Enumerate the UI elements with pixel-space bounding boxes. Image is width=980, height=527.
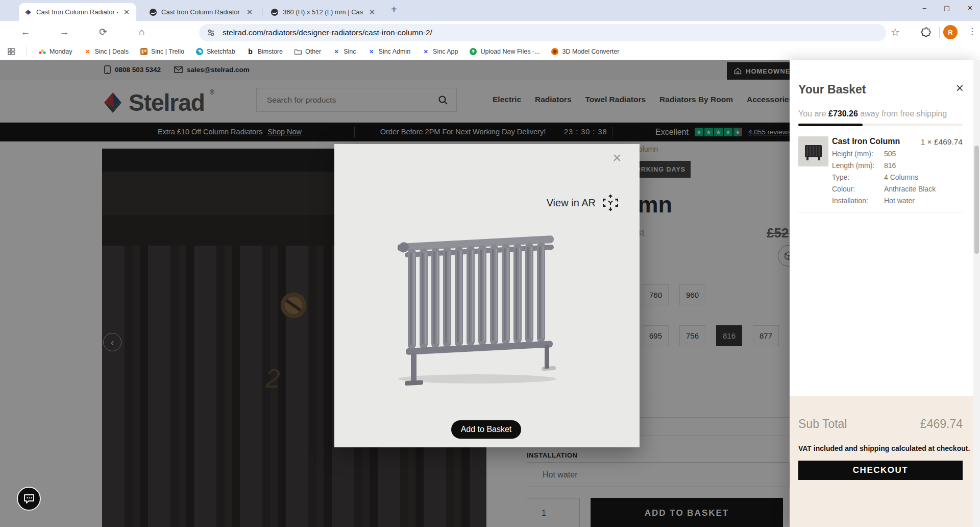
- basket-title: Your Basket: [798, 83, 866, 97]
- subtotal-value: £469.74: [920, 417, 963, 431]
- bookmarks-bar: Monday ✕ Sinc | Deals Sinc | Trello Sket…: [0, 43, 980, 60]
- globe-favicon: [149, 8, 157, 16]
- bookmark-sketchfab[interactable]: Sketchfab: [195, 47, 235, 56]
- upload-icon: [469, 47, 477, 56]
- spec-value: Hot water: [884, 197, 915, 205]
- sinc-admin-icon: ✕: [368, 47, 376, 56]
- tab-2[interactable]: Cast Iron Column Radiator (4 & ✕: [144, 3, 259, 21]
- spec-label: Type:: [832, 173, 849, 181]
- bookmark-label: Bimstore: [258, 48, 283, 55]
- sinc-icon: ✕: [332, 47, 340, 56]
- basket-scrollbar-track[interactable]: [973, 60, 980, 527]
- trello-icon: [140, 47, 148, 56]
- new-tab-button[interactable]: +: [391, 4, 397, 15]
- tab-title: Cast Iron Column Radiator - Ste: [36, 8, 118, 16]
- modal-close-icon[interactable]: ×: [612, 149, 622, 166]
- bookmark-sinc-deals[interactable]: ✕ Sinc | Deals: [83, 47, 128, 56]
- bookmark-sinc[interactable]: ✕ Sinc: [332, 47, 356, 56]
- tab-close-icon[interactable]: ✕: [122, 8, 131, 17]
- view-in-ar-control[interactable]: View in AR: [547, 194, 619, 211]
- spec-value: 505: [884, 150, 896, 158]
- bookmark-sinc-admin[interactable]: ✕ Sinc Admin: [368, 47, 411, 56]
- extensions-icon[interactable]: [921, 27, 932, 38]
- basket-item-name: Cast Iron Column: [832, 137, 900, 146]
- tab-close-icon[interactable]: ✕: [245, 8, 254, 17]
- address-bar[interactable]: [199, 24, 886, 41]
- converter-icon: [551, 47, 559, 56]
- tab-1[interactable]: Cast Iron Column Radiator - Ste ✕: [19, 3, 136, 21]
- bookmark-sinc-trello[interactable]: Sinc | Trello: [140, 47, 184, 56]
- vat-note: VAT included and shipping calculated at …: [798, 444, 970, 452]
- shipping-progress-fill: [798, 124, 863, 126]
- home-icon[interactable]: ⌂: [134, 24, 150, 40]
- bookmarks-separator: [27, 46, 27, 57]
- bookmark-3d-model-converter[interactable]: 3D Model Converter: [551, 47, 619, 56]
- shipping-progress-track: [798, 124, 963, 126]
- bookmark-upload-new-files[interactable]: Upload New Files -...: [469, 47, 540, 56]
- maximize-button[interactable]: ▢: [944, 4, 950, 12]
- spec-value: Anthracite Black: [884, 185, 936, 193]
- spec-label: Height (mm):: [832, 150, 873, 158]
- spec-value: 4 Columns: [884, 173, 918, 181]
- thumbnail-radiator-image: [798, 136, 828, 166]
- minimize-button[interactable]: –: [923, 4, 926, 12]
- browser-tabstrip: ⌄ Cast Iron Column Radiator - Ste ✕ Cast…: [0, 0, 980, 21]
- bookmark-label: Sinc App: [433, 48, 458, 55]
- ar-viewer-modal: × View in AR: [334, 144, 640, 447]
- globe-favicon: [271, 8, 279, 16]
- basket-item-thumbnail[interactable]: [798, 136, 828, 166]
- tab-title: 360 (H) x 512 (L) mm | Cast Iro: [283, 8, 363, 16]
- window-controls: – ▢ ✕: [923, 4, 973, 12]
- bookmark-label: Monday: [50, 48, 72, 55]
- sketchfab-icon: [195, 47, 204, 56]
- modal-add-to-basket-label: Add to Basket: [461, 425, 512, 434]
- shipping-amount: £730.26: [828, 109, 858, 118]
- bookmark-bimstore[interactable]: b Bimstore: [247, 47, 283, 56]
- bookmark-label: Sketchfab: [207, 48, 235, 55]
- bookmark-other-folder[interactable]: Other: [294, 47, 321, 56]
- bookmark-label: Sinc | Trello: [151, 48, 184, 55]
- basket-close-icon[interactable]: ×: [956, 80, 964, 96]
- ar-move-icon: [602, 194, 619, 211]
- modal-add-to-basket-button[interactable]: Add to Basket: [451, 420, 521, 439]
- sinc-deals-icon: ✕: [83, 47, 91, 56]
- radiator-3d-render[interactable]: [390, 223, 569, 392]
- avatar-initial: R: [948, 29, 952, 36]
- site-settings-icon[interactable]: [206, 28, 215, 37]
- forward-icon[interactable]: →: [56, 24, 72, 40]
- back-icon[interactable]: ←: [17, 24, 34, 40]
- toolbar-separator: [939, 27, 940, 38]
- profile-avatar[interactable]: R: [943, 25, 958, 39]
- shipping-suffix: away from free shipping: [858, 109, 947, 118]
- stelrad-favicon: [24, 8, 32, 16]
- browser-menu-icon[interactable]: ⋮: [968, 26, 976, 37]
- spec-label: Length (mm):: [832, 161, 874, 170]
- bookmark-label: Sinc | Deals: [94, 48, 128, 55]
- tab-3[interactable]: 360 (H) x 512 (L) mm | Cast Iro ✕: [265, 3, 382, 21]
- bimstore-icon: b: [247, 47, 255, 56]
- basket-divider: [798, 212, 963, 212]
- apps-grid-icon[interactable]: [7, 47, 15, 56]
- checkout-button[interactable]: CHECKOUT: [798, 461, 963, 480]
- bookmark-star-icon[interactable]: ☆: [891, 26, 900, 38]
- basket-drawer: Your Basket × You are £730.26 away from …: [790, 60, 980, 527]
- bookmark-label: Sinc Admin: [379, 48, 411, 55]
- chat-widget-button[interactable]: [17, 487, 41, 511]
- folder-icon: [294, 47, 302, 56]
- bookmark-label: Other: [305, 48, 321, 55]
- reload-icon[interactable]: ⟳: [95, 24, 111, 40]
- tab-title: Cast Iron Column Radiator (4 &: [161, 8, 241, 16]
- bookmark-sinc-app[interactable]: ✕ Sinc App: [422, 47, 458, 56]
- bookmark-label: Sinc: [344, 48, 356, 55]
- free-shipping-message: You are £730.26 away from free shipping: [798, 109, 947, 118]
- view-in-ar-label: View in AR: [547, 197, 596, 209]
- bookmark-monday[interactable]: Monday: [38, 47, 72, 56]
- tab-close-icon[interactable]: ✕: [368, 8, 377, 17]
- close-window-button[interactable]: ✕: [967, 4, 973, 12]
- tab-separator: [262, 7, 262, 16]
- screen: ⌄ Cast Iron Column Radiator - Ste ✕ Cast…: [0, 0, 980, 527]
- basket-item-price: 1 × £469.74: [921, 137, 963, 147]
- basket-scrollbar-thumb[interactable]: [974, 146, 979, 254]
- url-input[interactable]: [222, 28, 836, 38]
- basket-footer: Sub Total £469.74 VAT included and shipp…: [790, 396, 980, 527]
